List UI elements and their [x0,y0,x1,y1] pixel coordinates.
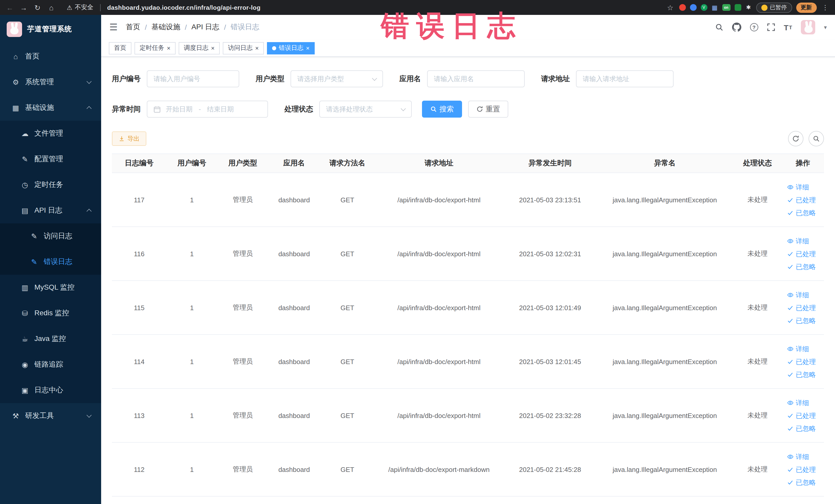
extension-icon-on-badge[interactable]: on [722,4,730,11]
sidebar-item-infrastructure[interactable]: ▦ 基础设施 [0,95,101,121]
exception-time-range-picker[interactable]: 开始日期 - 结束日期 [147,101,268,118]
extension-icon-green[interactable]: V [700,4,707,11]
extension-icon-leaf[interactable] [734,4,741,11]
sidebar-item-dev-tools[interactable]: ⚒ 研发工具 [0,403,101,429]
mark-ignored-link[interactable]: 已忽略 [787,422,819,435]
tab-label: 访问日志 [228,44,252,53]
mark-ignored-link[interactable]: 已忽略 [787,476,819,489]
sidebar-item-system-management[interactable]: ⚙ 系统管理 [0,69,101,95]
tools-icon: ⚒ [11,412,20,420]
tab-schedule-log[interactable]: 调度日志 × [179,42,220,54]
sidebar-item-access-log[interactable]: ✎ 访问日志 [0,223,101,249]
extension-icon-red[interactable] [679,4,686,11]
cell-app-name: dashboard [268,335,320,388]
help-icon[interactable]: ? [750,23,758,31]
eye-icon: ◉ [21,361,29,369]
reset-button[interactable]: 重置 [468,101,508,118]
mark-processed-link[interactable]: 已处理 [787,247,819,260]
eye-icon [787,453,794,460]
user-type-select[interactable]: 请选择用户类型 [290,70,383,87]
tab-home[interactable]: 首页 [109,42,131,54]
paused-label: 已暂停 [770,4,787,11]
avatar-caret-icon[interactable]: ▾ [824,24,827,31]
detail-link[interactable]: 详细 [787,450,819,463]
sidebar-item-mysql-monitor[interactable]: ▥ MySQL 监控 [0,275,101,300]
user-id-input[interactable] [147,70,239,87]
request-url-input[interactable] [576,70,674,87]
tab-scheduled-jobs[interactable]: 定时任务 × [135,42,176,54]
mark-processed-link[interactable]: 已处理 [787,409,819,422]
browser-back-icon[interactable]: ← [5,3,14,12]
bookmark-star-icon[interactable]: ☆ [666,3,675,12]
browser-home-icon[interactable]: ⌂ [47,3,56,12]
app-name-input[interactable] [427,70,525,87]
browser-forward-icon[interactable]: → [19,3,28,12]
font-size-icon[interactable]: TT [784,23,792,32]
mark-ignored-link[interactable]: 已忽略 [787,314,819,327]
detail-link[interactable]: 详细 [787,235,819,247]
breadcrumb-item-infrastructure[interactable]: 基础设施 [151,23,180,32]
menu-label: API 日志 [34,206,62,215]
mark-processed-link[interactable]: 已处理 [787,193,819,206]
sidebar-item-error-log[interactable]: ✎ 错误日志 [0,249,101,275]
mark-ignored-link[interactable]: 已忽略 [787,206,819,219]
sidebar-item-file-management[interactable]: ☁ 文件管理 [0,121,101,146]
search-toggle-button[interactable] [808,131,824,146]
detail-link[interactable]: 详细 [787,288,819,301]
browser-reload-icon[interactable]: ↻ [33,3,42,12]
sidebar-item-home[interactable]: ⌂ 首页 [0,44,101,69]
close-icon[interactable]: × [306,45,309,51]
detail-link[interactable]: 详细 [787,342,819,355]
detail-link[interactable]: 详细 [787,181,819,193]
close-icon[interactable]: × [167,45,170,51]
mark-ignored-link[interactable]: 已忽略 [787,368,819,381]
search-button[interactable]: 搜索 [422,101,462,118]
address-bar-url[interactable]: dashboard.yudao.iocoder.cn/infra/log/api… [107,4,261,11]
extension-icon-paw[interactable]: ✱ [745,4,752,11]
user-avatar[interactable] [801,20,815,35]
mark-processed-link[interactable]: 已处理 [787,355,819,368]
extension-icon-grid[interactable]: ▦ [711,4,718,11]
table-row: 112 1 管理员 dashboard GET /api/infra/db-do… [112,442,824,496]
fullscreen-icon[interactable] [767,23,775,31]
close-icon[interactable]: × [255,45,259,51]
cell-user-type: 管理员 [218,227,268,281]
security-indicator[interactable]: ⚠ 不安全 [67,3,94,12]
column-header-status: 处理状态 [733,154,782,173]
export-button[interactable]: 导出 [112,132,146,146]
close-icon[interactable]: × [211,45,215,51]
extension-icon-blue[interactable] [690,4,696,11]
eye-icon [787,399,794,406]
mark-processed-link[interactable]: 已处理 [787,463,819,476]
breadcrumb-item-home[interactable]: 首页 [126,23,140,32]
process-status-select[interactable]: 请选择处理状态 [319,101,412,118]
sidebar-item-config-management[interactable]: ✎ 配置管理 [0,146,101,172]
mark-ignored-link[interactable]: 已忽略 [787,260,819,273]
tab-error-log[interactable]: 错误日志 × [267,42,315,54]
cell-actions: 详细 已处理 已忽略 [782,173,824,227]
sidebar-item-link-trace[interactable]: ◉ 链路追踪 [0,352,101,378]
sidebar-item-api-logs[interactable]: ▤ API 日志 [0,198,101,223]
column-header-request-url: 请求地址 [374,154,503,173]
github-icon[interactable] [732,23,741,32]
chrome-update-button[interactable]: 更新 [796,2,816,13]
browser-menu-icon[interactable]: ⋮ [821,4,830,11]
filter-row-2: 异常时间 开始日期 - 结束日期 处理状态 请选择处理状态 搜索 [112,101,824,118]
logo[interactable]: 芋道管理系统 [0,15,101,44]
cell-user-type: 管理员 [218,335,268,388]
mark-processed-link[interactable]: 已处理 [787,301,819,314]
action-label: 已忽略 [796,422,816,435]
sidebar-item-scheduled-jobs[interactable]: ◷ 定时任务 [0,172,101,198]
breadcrumb-item-api-logs[interactable]: API 日志 [191,23,220,32]
security-label: 不安全 [75,3,94,12]
tab-access-log[interactable]: 访问日志 × [223,42,264,54]
cell-actions: 详细 已处理 已忽略 [782,388,824,442]
sidebar-toggle-icon[interactable]: ☰ [109,22,118,33]
search-icon[interactable] [715,23,723,31]
refresh-button[interactable] [788,131,803,146]
sidebar-item-java-monitor[interactable]: ☕ Java 监控 [0,326,101,352]
detail-link[interactable]: 详细 [787,396,819,409]
sidebar-item-redis-monitor[interactable]: ⛁ Redis 监控 [0,300,101,326]
sidebar-item-log-center[interactable]: ▣ 日志中心 [0,378,101,403]
profile-paused-chip[interactable]: 已暂停 [756,2,792,13]
